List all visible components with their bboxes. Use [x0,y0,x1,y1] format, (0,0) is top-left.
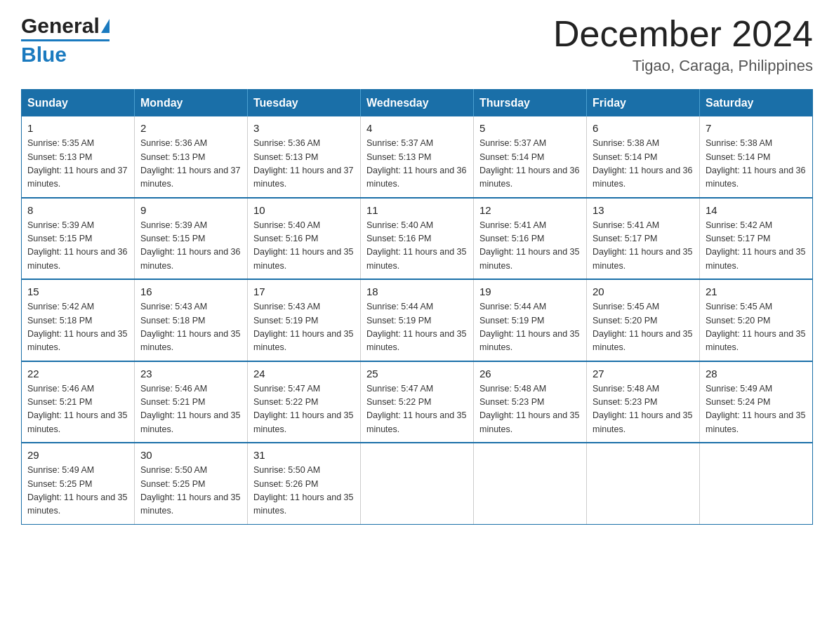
calendar-cell: 20Sunrise: 5:45 AMSunset: 5:20 PMDayligh… [587,279,700,361]
day-number: 5 [479,122,581,134]
day-number: 8 [27,204,128,216]
day-number: 25 [366,368,468,380]
day-info: Sunrise: 5:48 AMSunset: 5:23 PMDaylight:… [479,382,581,437]
calendar-cell: 9Sunrise: 5:39 AMSunset: 5:15 PMDaylight… [135,198,248,280]
title-area: December 2024 Tigao, Caraga, Philippines [553,14,813,75]
day-number: 22 [27,368,128,380]
calendar-cell: 22Sunrise: 5:46 AMSunset: 5:21 PMDayligh… [22,361,135,443]
calendar-header-friday: Friday [587,90,700,117]
calendar-cell [474,443,587,524]
day-info: Sunrise: 5:38 AMSunset: 5:14 PMDaylight:… [706,137,807,192]
day-number: 17 [253,286,355,297]
calendar-cell: 1Sunrise: 5:35 AMSunset: 5:13 PMDaylight… [22,116,135,198]
calendar-table: SundayMondayTuesdayWednesdayThursdayFrid… [21,89,813,525]
calendar-cell: 26Sunrise: 5:48 AMSunset: 5:23 PMDayligh… [474,361,587,443]
day-number: 12 [479,204,581,216]
day-number: 4 [366,122,468,134]
calendar-header-sunday: Sunday [22,90,135,117]
day-info: Sunrise: 5:50 AMSunset: 5:25 PMDaylight:… [140,464,241,518]
day-info: Sunrise: 5:37 AMSunset: 5:13 PMDaylight:… [366,137,468,192]
day-info: Sunrise: 5:43 AMSunset: 5:18 PMDaylight:… [140,300,241,355]
calendar-cell: 23Sunrise: 5:46 AMSunset: 5:21 PMDayligh… [135,361,248,443]
day-info: Sunrise: 5:47 AMSunset: 5:22 PMDaylight:… [253,382,355,437]
calendar-cell: 10Sunrise: 5:40 AMSunset: 5:16 PMDayligh… [248,198,361,280]
day-info: Sunrise: 5:41 AMSunset: 5:17 PMDaylight:… [593,219,694,274]
calendar-header-wednesday: Wednesday [361,90,474,117]
day-info: Sunrise: 5:38 AMSunset: 5:14 PMDaylight:… [593,137,694,192]
page-header: General Blue December 2024 Tigao, Caraga… [21,14,813,75]
day-number: 29 [27,449,128,461]
day-number: 30 [140,449,241,461]
day-number: 26 [479,368,581,380]
day-number: 24 [253,368,355,380]
calendar-header-thursday: Thursday [474,90,587,117]
calendar-cell [361,443,474,524]
day-number: 2 [140,122,241,134]
subtitle: Tigao, Caraga, Philippines [553,57,813,75]
calendar-cell: 16Sunrise: 5:43 AMSunset: 5:18 PMDayligh… [135,279,248,361]
calendar-cell [587,443,700,524]
calendar-cell: 21Sunrise: 5:45 AMSunset: 5:20 PMDayligh… [700,279,813,361]
calendar-cell: 29Sunrise: 5:49 AMSunset: 5:25 PMDayligh… [22,443,135,524]
calendar-cell: 4Sunrise: 5:37 AMSunset: 5:13 PMDaylight… [361,116,474,198]
calendar-week-row: 29Sunrise: 5:49 AMSunset: 5:25 PMDayligh… [22,443,813,524]
day-info: Sunrise: 5:47 AMSunset: 5:22 PMDaylight:… [366,382,468,437]
day-info: Sunrise: 5:44 AMSunset: 5:19 PMDaylight:… [366,300,468,355]
day-info: Sunrise: 5:36 AMSunset: 5:13 PMDaylight:… [253,137,355,192]
day-number: 21 [706,286,807,297]
calendar-cell: 11Sunrise: 5:40 AMSunset: 5:16 PMDayligh… [361,198,474,280]
day-info: Sunrise: 5:49 AMSunset: 5:25 PMDaylight:… [27,464,128,518]
calendar-cell: 3Sunrise: 5:36 AMSunset: 5:13 PMDaylight… [248,116,361,198]
calendar-cell [700,443,813,524]
calendar-header-row: SundayMondayTuesdayWednesdayThursdayFrid… [22,90,813,117]
day-info: Sunrise: 5:50 AMSunset: 5:26 PMDaylight:… [253,464,355,518]
calendar-cell: 7Sunrise: 5:38 AMSunset: 5:14 PMDaylight… [700,116,813,198]
calendar-cell: 17Sunrise: 5:43 AMSunset: 5:19 PMDayligh… [248,279,361,361]
calendar-cell: 2Sunrise: 5:36 AMSunset: 5:13 PMDaylight… [135,116,248,198]
day-info: Sunrise: 5:40 AMSunset: 5:16 PMDaylight:… [253,219,355,274]
calendar-header-monday: Monday [135,90,248,117]
calendar-cell: 8Sunrise: 5:39 AMSunset: 5:15 PMDaylight… [22,198,135,280]
logo-blue-text: Blue [21,39,110,67]
calendar-cell: 24Sunrise: 5:47 AMSunset: 5:22 PMDayligh… [248,361,361,443]
day-number: 27 [593,368,694,380]
calendar-week-row: 8Sunrise: 5:39 AMSunset: 5:15 PMDaylight… [22,198,813,280]
day-number: 9 [140,204,241,216]
day-info: Sunrise: 5:48 AMSunset: 5:23 PMDaylight:… [593,382,694,437]
calendar-cell: 19Sunrise: 5:44 AMSunset: 5:19 PMDayligh… [474,279,587,361]
calendar-cell: 28Sunrise: 5:49 AMSunset: 5:24 PMDayligh… [700,361,813,443]
day-number: 7 [706,122,807,134]
day-info: Sunrise: 5:43 AMSunset: 5:19 PMDaylight:… [253,300,355,355]
calendar-cell: 25Sunrise: 5:47 AMSunset: 5:22 PMDayligh… [361,361,474,443]
day-number: 3 [253,122,355,134]
calendar-cell: 14Sunrise: 5:42 AMSunset: 5:17 PMDayligh… [700,198,813,280]
main-title: December 2024 [553,14,813,54]
calendar-cell: 13Sunrise: 5:41 AMSunset: 5:17 PMDayligh… [587,198,700,280]
day-info: Sunrise: 5:45 AMSunset: 5:20 PMDaylight:… [706,300,807,355]
calendar-cell: 5Sunrise: 5:37 AMSunset: 5:14 PMDaylight… [474,116,587,198]
calendar-week-row: 1Sunrise: 5:35 AMSunset: 5:13 PMDaylight… [22,116,813,198]
calendar-cell: 30Sunrise: 5:50 AMSunset: 5:25 PMDayligh… [135,443,248,524]
day-info: Sunrise: 5:36 AMSunset: 5:13 PMDaylight:… [140,137,241,192]
calendar-cell: 12Sunrise: 5:41 AMSunset: 5:16 PMDayligh… [474,198,587,280]
day-number: 31 [253,449,355,461]
day-number: 1 [27,122,128,134]
day-number: 14 [706,204,807,216]
day-number: 13 [593,204,694,216]
day-info: Sunrise: 5:40 AMSunset: 5:16 PMDaylight:… [366,219,468,274]
day-info: Sunrise: 5:39 AMSunset: 5:15 PMDaylight:… [27,219,128,274]
day-info: Sunrise: 5:37 AMSunset: 5:14 PMDaylight:… [479,137,581,192]
day-number: 23 [140,368,241,380]
calendar-week-row: 22Sunrise: 5:46 AMSunset: 5:21 PMDayligh… [22,361,813,443]
day-number: 20 [593,286,694,297]
calendar-week-row: 15Sunrise: 5:42 AMSunset: 5:18 PMDayligh… [22,279,813,361]
day-info: Sunrise: 5:39 AMSunset: 5:15 PMDaylight:… [140,219,241,274]
logo: General Blue [21,14,110,67]
logo-general-text: General [21,14,100,38]
day-number: 11 [366,204,468,216]
calendar-header-tuesday: Tuesday [248,90,361,117]
calendar-cell: 27Sunrise: 5:48 AMSunset: 5:23 PMDayligh… [587,361,700,443]
day-info: Sunrise: 5:46 AMSunset: 5:21 PMDaylight:… [27,382,128,437]
calendar-cell: 18Sunrise: 5:44 AMSunset: 5:19 PMDayligh… [361,279,474,361]
calendar-cell: 15Sunrise: 5:42 AMSunset: 5:18 PMDayligh… [22,279,135,361]
